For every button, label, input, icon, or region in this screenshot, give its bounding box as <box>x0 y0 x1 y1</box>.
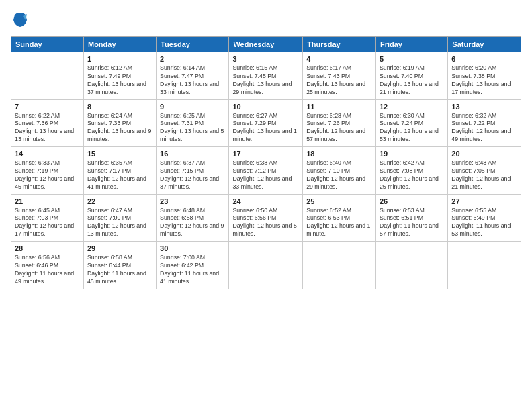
day-number: 6 <box>451 55 517 63</box>
day-number: 17 <box>232 150 299 158</box>
cell-info: Sunrise: 6:52 AMSunset: 6:53 PMDaylight:… <box>306 207 372 239</box>
cell-info: Sunrise: 6:12 AMSunset: 7:49 PMDaylight:… <box>87 64 152 97</box>
day-number: 27 <box>451 197 517 205</box>
calendar-cell <box>375 242 447 289</box>
cell-info: Sunrise: 6:25 AMSunset: 7:31 PMDaylight:… <box>160 112 225 144</box>
day-number: 4 <box>306 55 372 63</box>
calendar-cell: 30Sunrise: 7:00 AMSunset: 6:42 PMDayligh… <box>157 242 229 289</box>
cell-info: Sunrise: 6:48 AMSunset: 6:58 PMDaylight:… <box>160 207 225 239</box>
weekday-header-friday: Friday <box>375 37 447 52</box>
calendar-cell: 18Sunrise: 6:40 AMSunset: 7:10 PMDayligh… <box>303 147 376 195</box>
day-number: 5 <box>380 55 444 63</box>
cell-info: Sunrise: 6:43 AMSunset: 7:05 PMDaylight:… <box>451 159 517 191</box>
calendar-cell <box>303 242 376 289</box>
cell-info: Sunrise: 6:17 AMSunset: 7:43 PMDaylight:… <box>306 64 372 97</box>
calendar-cell: 1Sunrise: 6:12 AMSunset: 7:49 PMDaylight… <box>83 52 156 100</box>
cell-info: Sunrise: 6:55 AMSunset: 6:49 PMDaylight:… <box>451 207 517 239</box>
cell-info: Sunrise: 6:24 AMSunset: 7:33 PMDaylight:… <box>87 112 152 144</box>
cell-info: Sunrise: 6:14 AMSunset: 7:47 PMDaylight:… <box>160 64 225 97</box>
calendar-cell: 5Sunrise: 6:19 AMSunset: 7:40 PMDaylight… <box>375 52 447 100</box>
calendar-cell: 9Sunrise: 6:25 AMSunset: 7:31 PMDaylight… <box>157 99 229 147</box>
cell-info: Sunrise: 6:40 AMSunset: 7:10 PMDaylight:… <box>306 159 372 191</box>
cell-info: Sunrise: 6:32 AMSunset: 7:22 PMDaylight:… <box>451 112 517 144</box>
day-number: 18 <box>306 150 372 158</box>
day-number: 21 <box>15 197 80 205</box>
calendar-cell: 2Sunrise: 6:14 AMSunset: 7:47 PMDaylight… <box>157 52 229 100</box>
day-number: 2 <box>160 55 225 63</box>
week-row-3: 14Sunrise: 6:33 AMSunset: 7:19 PMDayligh… <box>11 147 521 195</box>
day-number: 19 <box>380 150 444 158</box>
day-number: 14 <box>15 150 80 158</box>
week-row-2: 7Sunrise: 6:22 AMSunset: 7:36 PMDaylight… <box>11 99 521 147</box>
week-row-4: 21Sunrise: 6:45 AMSunset: 7:03 PMDayligh… <box>11 194 521 242</box>
calendar-cell: 15Sunrise: 6:35 AMSunset: 7:17 PMDayligh… <box>83 147 156 195</box>
cell-info: Sunrise: 6:27 AMSunset: 7:29 PMDaylight:… <box>232 112 299 144</box>
weekday-header-wednesday: Wednesday <box>229 37 303 52</box>
calendar-cell: 23Sunrise: 6:48 AMSunset: 6:58 PMDayligh… <box>157 194 229 242</box>
calendar-page: SundayMondayTuesdayWednesdayThursdayFrid… <box>0 0 532 411</box>
header <box>11 11 521 30</box>
week-row-5: 28Sunrise: 6:56 AMSunset: 6:46 PMDayligh… <box>11 242 521 289</box>
cell-info: Sunrise: 6:56 AMSunset: 6:46 PMDaylight:… <box>15 254 80 286</box>
calendar-cell: 19Sunrise: 6:42 AMSunset: 7:08 PMDayligh… <box>375 147 447 195</box>
logo-icon <box>11 11 30 30</box>
day-number: 9 <box>160 103 225 111</box>
day-number: 13 <box>451 103 517 111</box>
day-number: 11 <box>306 103 372 111</box>
calendar-cell: 13Sunrise: 6:32 AMSunset: 7:22 PMDayligh… <box>448 99 521 147</box>
day-number: 12 <box>380 103 444 111</box>
cell-info: Sunrise: 6:35 AMSunset: 7:17 PMDaylight:… <box>87 159 152 191</box>
cell-info: Sunrise: 6:45 AMSunset: 7:03 PMDaylight:… <box>15 207 80 239</box>
calendar-cell: 24Sunrise: 6:50 AMSunset: 6:56 PMDayligh… <box>229 194 303 242</box>
weekday-header-sunday: Sunday <box>11 37 84 52</box>
day-number: 15 <box>87 150 152 158</box>
day-number: 29 <box>87 244 152 253</box>
cell-info: Sunrise: 6:33 AMSunset: 7:19 PMDaylight:… <box>15 159 80 191</box>
day-number: 22 <box>87 197 152 205</box>
calendar-cell: 20Sunrise: 6:43 AMSunset: 7:05 PMDayligh… <box>448 147 521 195</box>
weekday-header-saturday: Saturday <box>448 37 521 52</box>
calendar-cell: 10Sunrise: 6:27 AMSunset: 7:29 PMDayligh… <box>229 99 303 147</box>
week-row-1: 1Sunrise: 6:12 AMSunset: 7:49 PMDaylight… <box>11 52 521 100</box>
calendar-cell: 25Sunrise: 6:52 AMSunset: 6:53 PMDayligh… <box>303 194 376 242</box>
calendar-cell: 22Sunrise: 6:47 AMSunset: 7:00 PMDayligh… <box>83 194 156 242</box>
calendar-cell: 7Sunrise: 6:22 AMSunset: 7:36 PMDaylight… <box>11 99 84 147</box>
calendar-table: SundayMondayTuesdayWednesdayThursdayFrid… <box>11 36 521 289</box>
cell-info: Sunrise: 6:38 AMSunset: 7:12 PMDaylight:… <box>232 159 299 191</box>
day-number: 7 <box>15 103 80 111</box>
calendar-cell <box>448 242 521 289</box>
day-number: 24 <box>232 197 299 205</box>
weekday-header-row: SundayMondayTuesdayWednesdayThursdayFrid… <box>11 37 521 52</box>
cell-info: Sunrise: 6:53 AMSunset: 6:51 PMDaylight:… <box>380 207 444 239</box>
day-number: 23 <box>160 197 225 205</box>
day-number: 25 <box>306 197 372 205</box>
day-number: 30 <box>160 244 225 253</box>
calendar-cell <box>11 52 84 100</box>
calendar-cell: 28Sunrise: 6:56 AMSunset: 6:46 PMDayligh… <box>11 242 84 289</box>
day-number: 26 <box>380 197 444 205</box>
calendar-cell: 16Sunrise: 6:37 AMSunset: 7:15 PMDayligh… <box>157 147 229 195</box>
cell-info: Sunrise: 6:19 AMSunset: 7:40 PMDaylight:… <box>380 64 444 97</box>
cell-info: Sunrise: 6:58 AMSunset: 6:44 PMDaylight:… <box>87 254 152 286</box>
day-number: 28 <box>15 244 80 253</box>
calendar-cell: 29Sunrise: 6:58 AMSunset: 6:44 PMDayligh… <box>83 242 156 289</box>
day-number: 1 <box>87 55 152 63</box>
cell-info: Sunrise: 6:42 AMSunset: 7:08 PMDaylight:… <box>380 159 444 191</box>
calendar-cell: 4Sunrise: 6:17 AMSunset: 7:43 PMDaylight… <box>303 52 376 100</box>
cell-info: Sunrise: 6:50 AMSunset: 6:56 PMDaylight:… <box>232 207 299 239</box>
day-number: 10 <box>232 103 299 111</box>
calendar-cell <box>229 242 303 289</box>
day-number: 8 <box>87 103 152 111</box>
calendar-cell: 21Sunrise: 6:45 AMSunset: 7:03 PMDayligh… <box>11 194 84 242</box>
cell-info: Sunrise: 7:00 AMSunset: 6:42 PMDaylight:… <box>160 254 225 286</box>
logo <box>11 11 32 30</box>
calendar-cell: 17Sunrise: 6:38 AMSunset: 7:12 PMDayligh… <box>229 147 303 195</box>
weekday-header-monday: Monday <box>83 37 156 52</box>
calendar-cell: 27Sunrise: 6:55 AMSunset: 6:49 PMDayligh… <box>448 194 521 242</box>
calendar-cell: 11Sunrise: 6:28 AMSunset: 7:26 PMDayligh… <box>303 99 376 147</box>
calendar-cell: 26Sunrise: 6:53 AMSunset: 6:51 PMDayligh… <box>375 194 447 242</box>
day-number: 20 <box>451 150 517 158</box>
cell-info: Sunrise: 6:15 AMSunset: 7:45 PMDaylight:… <box>232 64 299 97</box>
calendar-cell: 12Sunrise: 6:30 AMSunset: 7:24 PMDayligh… <box>375 99 447 147</box>
cell-info: Sunrise: 6:47 AMSunset: 7:00 PMDaylight:… <box>87 207 152 239</box>
